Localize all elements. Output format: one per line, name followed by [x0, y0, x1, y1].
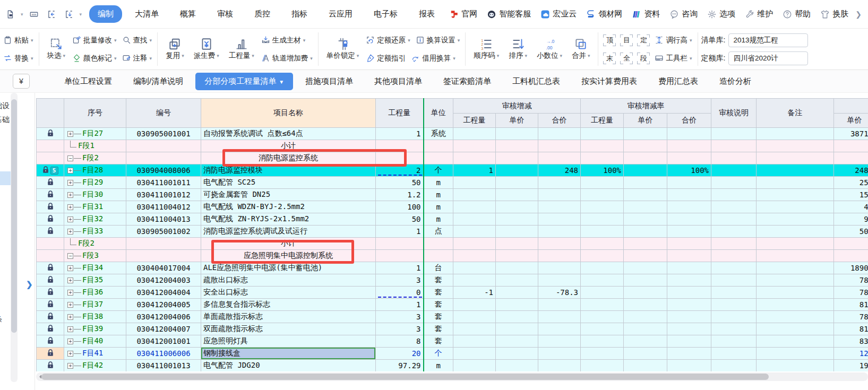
remark-cell[interactable] [757, 323, 834, 335]
expand-icon[interactable]: + [67, 229, 73, 235]
menu-tab-概算[interactable]: 概算 [171, 5, 204, 23]
titlebar-link-帮助[interactable]: 帮助 [779, 7, 814, 21]
ribbon-button-派生费[interactable]: 派生费▾ [189, 35, 224, 64]
remark-cell[interactable] [757, 213, 834, 226]
scroll-left-arrow-icon[interactable] [37, 375, 41, 379]
rate-qty-cell[interactable] [581, 323, 624, 335]
rate-price-cell[interactable] [624, 140, 667, 152]
expand-icon[interactable]: + [67, 351, 73, 357]
code-cell[interactable]: 030412004005 [126, 299, 201, 311]
price-cell[interactable]: 9. [834, 213, 868, 226]
unit-cell[interactable]: 个 [424, 164, 453, 177]
audit-price-cell[interactable] [496, 189, 538, 201]
price-cell[interactable]: 78. [834, 311, 868, 323]
unit-cell[interactable]: m [424, 177, 453, 189]
ribbon-button-注释[interactable]: 注释▾ [120, 53, 154, 64]
rate-qty-cell[interactable] [581, 238, 624, 250]
audit-qty-cell[interactable]: -1 [453, 287, 496, 299]
audit-total-cell[interactable] [538, 238, 581, 250]
price-cell[interactable]: 12. [834, 348, 868, 360]
ribbon-bracket-button-全[interactable]: 全 [620, 52, 633, 65]
code-cell[interactable]: 030411004012 [126, 201, 201, 213]
price-cell[interactable]: 4. [834, 201, 868, 213]
table-section-row-F段2[interactable]: −F段2消防电源监控系统 [37, 152, 868, 164]
table-section-row-F段2[interactable]: F段2小计 [37, 238, 868, 250]
audit-note-cell[interactable] [711, 128, 757, 140]
quantity-cell[interactable]: 100 [376, 201, 424, 213]
audit-price-cell[interactable] [496, 164, 538, 177]
rate-total-cell[interactable] [667, 323, 711, 335]
ribbon-button-借用换算[interactable]: 借用换算▾ [409, 53, 458, 64]
name-cell[interactable]: 电气配管 JDG20 [201, 360, 376, 372]
remark-cell[interactable] [757, 287, 834, 299]
unit-cell[interactable]: m [424, 189, 453, 201]
audit-total-cell[interactable] [538, 140, 581, 152]
code-cell[interactable] [126, 152, 201, 164]
expand-icon[interactable]: + [67, 302, 73, 308]
rate-total-cell[interactable] [667, 262, 711, 274]
left-panel-selected-item[interactable] [0, 171, 11, 185]
left-panel-scrollbar[interactable] [11, 93, 18, 382]
audit-note-cell[interactable] [711, 360, 757, 372]
quantity-cell[interactable]: 0 [376, 287, 424, 299]
rate-price-cell[interactable] [624, 128, 667, 140]
audit-total-cell[interactable] [538, 335, 581, 348]
rate-total-cell[interactable] [667, 311, 711, 323]
name-cell[interactable]: 电气配线 ZN-RYJS-2x1.5mm2 [201, 213, 376, 226]
audit-qty-cell[interactable] [453, 189, 496, 201]
audit-price-cell[interactable] [496, 262, 538, 274]
ribbon-button-生成主材[interactable]: 生成主材▾ [259, 34, 308, 46]
price-cell[interactable]: 78. [834, 287, 868, 299]
rate-price-cell[interactable] [624, 238, 667, 250]
price-cell[interactable] [834, 250, 868, 262]
sheet-tab-费用汇总表[interactable]: 费用汇总表 [649, 73, 707, 90]
table-row-F目36[interactable]: +F目36030412004004安全出口标志0套-1-78.378. [37, 287, 868, 299]
audit-total-cell[interactable] [538, 177, 581, 189]
lock-cell[interactable] [37, 348, 64, 360]
audit-price-cell[interactable] [496, 311, 538, 323]
audit-total-cell[interactable] [538, 226, 581, 238]
lock-cell[interactable] [37, 287, 64, 299]
sheet-tab-分部分项工程量清单[interactable]: 分部分项工程量清单▼ [195, 73, 293, 90]
quantity-cell[interactable]: 1 [376, 128, 424, 140]
audit-total-cell[interactable] [538, 250, 581, 262]
price-cell[interactable]: 248. [834, 164, 868, 177]
name-cell[interactable]: 小计 [201, 238, 376, 250]
lock-cell[interactable] [37, 323, 64, 335]
rate-price-cell[interactable] [624, 335, 667, 348]
audit-qty-cell[interactable] [453, 128, 496, 140]
quantity-cell[interactable]: 50 [376, 213, 424, 226]
name-cell[interactable]: ALE应急照明集中电源(集中蓄电池) [201, 262, 376, 274]
sheet-tab-其他项目清单[interactable]: 其他项目清单 [365, 73, 431, 90]
rate-total-cell[interactable] [667, 152, 711, 164]
audit-total-cell[interactable] [538, 299, 581, 311]
code-cell[interactable]: 030411006006 [126, 348, 201, 360]
audit-note-cell[interactable] [711, 274, 757, 287]
audit-price-cell[interactable] [496, 140, 538, 152]
rate-qty-cell[interactable] [581, 311, 624, 323]
tree-cell[interactable]: +F目38 [64, 311, 126, 323]
remark-cell[interactable] [757, 311, 834, 323]
rate-price-cell[interactable] [624, 213, 667, 226]
quantity-cell[interactable] [376, 250, 424, 262]
unit-cell[interactable]: 台 [424, 262, 453, 274]
horizontal-scrollbar-thumb[interactable] [41, 374, 769, 380]
name-cell[interactable]: 电气配线 WDZN-BYJ-2.5mm2 [201, 201, 376, 213]
audit-price-cell[interactable] [496, 128, 538, 140]
name-cell[interactable]: 小计 [201, 140, 376, 152]
audit-note-cell[interactable] [711, 287, 757, 299]
audit-qty-cell[interactable]: 1 [453, 164, 496, 177]
remark-cell[interactable] [757, 238, 834, 250]
rate-price-cell[interactable] [624, 226, 667, 238]
audit-total-cell[interactable] [538, 311, 581, 323]
code-cell[interactable]: 030411004013 [126, 213, 201, 226]
tree-cell[interactable]: +F目42 [64, 360, 126, 372]
remark-cell[interactable] [757, 360, 834, 372]
titlebar-link-智能客服[interactable]: 智能客服 [483, 7, 535, 21]
audit-qty-cell[interactable] [453, 274, 496, 287]
unit-cell[interactable]: 点 [424, 226, 453, 238]
rate-qty-cell[interactable] [581, 360, 624, 372]
tree-cell[interactable]: +F目31 [64, 201, 126, 213]
audit-price-cell[interactable] [496, 226, 538, 238]
rate-qty-cell[interactable] [581, 140, 624, 152]
